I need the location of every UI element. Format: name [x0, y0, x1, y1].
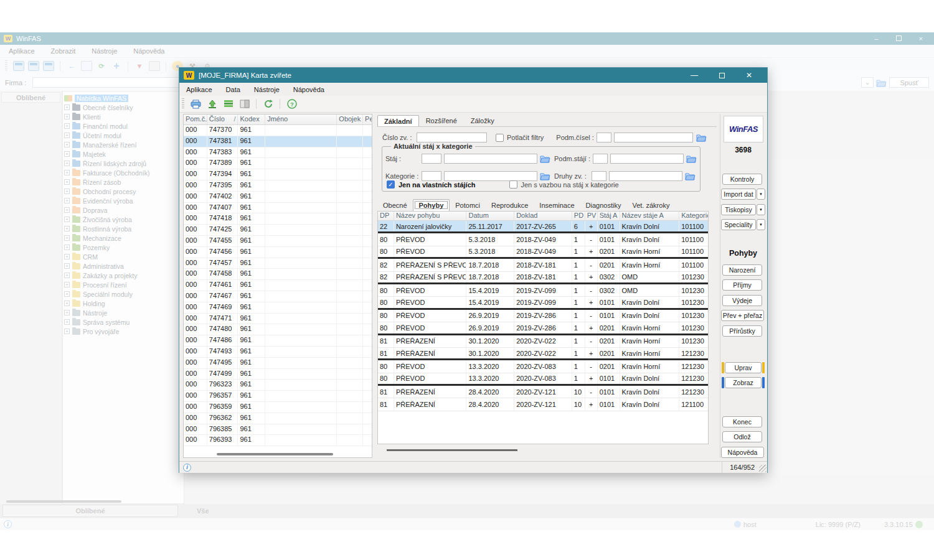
expand-icon[interactable]: +: [64, 263, 70, 269]
animal-row[interactable]: 000747370961: [184, 125, 372, 136]
movement-row[interactable]: 81PŘEŘAZENÍ30.1.20202020-ZV-0221+0201Kra…: [378, 348, 708, 360]
vydeje-button[interactable]: Výdeje: [722, 295, 762, 306]
expand-icon[interactable]: +: [64, 226, 70, 231]
expand-icon[interactable]: +: [64, 179, 70, 185]
movement-row[interactable]: 80PŘEVOD26.9.20192019-ZV-2861-0101Kravín…: [378, 310, 708, 322]
col-pe[interactable]: Pe: [363, 114, 372, 124]
tiskopisy-arrow[interactable]: ▼: [757, 204, 765, 215]
col-nazev-staje-a[interactable]: Název stáje A: [620, 212, 680, 220]
expand-icon[interactable]: +: [64, 151, 70, 157]
movement-row[interactable]: 81PŘEŘAZENÍ28.4.20202020-ZV-12110+0101Kr…: [378, 398, 708, 411]
movement-row[interactable]: 81PŘEŘAZENÍ30.1.20202020-ZV-0221-0201Kra…: [378, 335, 708, 348]
prijmy-button[interactable]: Příjmy: [722, 279, 762, 291]
dialog-close-button[interactable]: ✕: [735, 68, 763, 83]
animal-row[interactable]: 000747402961: [184, 192, 372, 203]
main-maximize-button[interactable]: [896, 35, 902, 42]
col-cislo[interactable]: Číslo/: [207, 114, 238, 124]
resize-grip[interactable]: [759, 465, 767, 472]
tree-item[interactable]: +Živočišná výroba: [64, 215, 182, 224]
movement-row[interactable]: 80PŘEVOD15.4.20192019-ZV-0991+0101Kravín…: [378, 297, 708, 309]
window-cascade-icon[interactable]: [43, 61, 54, 71]
tree-item[interactable]: +Administrativa: [64, 261, 182, 271]
tab-vet-zakroky[interactable]: Vet. zákroky: [626, 200, 675, 211]
col-datum[interactable]: Datum: [466, 212, 514, 220]
prirustky-button[interactable]: Přírůstky: [722, 325, 762, 337]
animal-row[interactable]: 000796357961: [184, 391, 372, 402]
tab-zalozky[interactable]: Záložky: [464, 114, 501, 127]
expand-icon[interactable]: +: [64, 282, 70, 287]
own-stables-checkbox[interactable]: ✓: [387, 180, 395, 189]
movement-row[interactable]: 80PŘEVOD5.3.20182018-ZV-0491+0201Kravín …: [378, 246, 708, 259]
dialog-menu-napoveda[interactable]: Nápověda: [293, 86, 324, 93]
col-obojek[interactable]: Obojek: [337, 114, 363, 124]
dialog-menu-nastroje[interactable]: Nástroje: [254, 86, 280, 93]
druhy-zv-name-input[interactable]: [609, 171, 682, 181]
tree-item[interactable]: +Manažerské řízení: [64, 140, 182, 149]
tab-pohyby[interactable]: Pohyby: [413, 199, 450, 211]
animal-row[interactable]: 000747418961: [184, 213, 372, 225]
main-close-button[interactable]: ×: [919, 35, 923, 42]
animal-row[interactable]: 000747455961: [184, 236, 372, 247]
podm-cisel-folder-icon[interactable]: [696, 133, 707, 142]
movement-row[interactable]: 80PŘEVOD13.3.20202020-ZV-0831+0101Kravín…: [378, 373, 708, 386]
dialog-titlebar[interactable]: W [MOJE_FIRMA] Karta zvířete — ✕: [179, 68, 767, 83]
tree-item[interactable]: +Řízení lidských zdrojů: [64, 159, 182, 168]
expand-icon[interactable]: +: [64, 105, 70, 110]
animal-row[interactable]: 000747495961: [184, 358, 372, 369]
document-icon[interactable]: [81, 61, 92, 71]
tree-item[interactable]: +Rostlinná výroba: [64, 224, 182, 233]
animal-row[interactable]: 000747425961: [184, 225, 372, 236]
tree-item[interactable]: +Procesní řízení: [64, 280, 182, 289]
konec-button[interactable]: Konec: [722, 416, 762, 427]
main-menu-napoveda[interactable]: Nápověda: [133, 47, 164, 55]
animal-row[interactable]: 000747457961: [184, 258, 372, 269]
animal-row[interactable]: 000747499961: [184, 369, 372, 380]
tree-item[interactable]: +Pozemky: [64, 243, 182, 252]
task-dropdown[interactable]: ⌄: [861, 77, 874, 88]
dialog-menu-data[interactable]: Data: [226, 86, 240, 93]
tab-inseminace[interactable]: Inseminace: [534, 200, 580, 211]
expand-icon[interactable]: +: [64, 273, 70, 278]
tab-vse[interactable]: Vše: [197, 507, 209, 515]
podm-cisel-code-input[interactable]: [597, 133, 611, 142]
col-kategorie[interactable]: Kategorie: [679, 212, 708, 220]
movement-row[interactable]: 80PŘEVOD26.9.20192019-ZV-2861+0201Kravín…: [378, 322, 708, 335]
animal-row[interactable]: 000796323961: [184, 380, 372, 391]
tab-zakladni[interactable]: Základní: [377, 115, 419, 127]
tree-item[interactable]: +Majetek: [64, 149, 182, 159]
animal-row[interactable]: 000747458961: [184, 269, 372, 280]
col-dp[interactable]: DP: [378, 212, 394, 220]
tree-item[interactable]: +Fakturace (Obchodník): [64, 168, 182, 177]
animal-row[interactable]: 000747381961: [184, 136, 372, 147]
main-menu-aplikace[interactable]: Aplikace: [9, 47, 35, 55]
window-view-icon[interactable]: [13, 61, 24, 71]
druhy-zv-folder-icon[interactable]: [685, 172, 696, 180]
link-checkbox[interactable]: [509, 180, 517, 189]
animal-row[interactable]: 000747469961: [184, 302, 372, 314]
expand-icon[interactable]: +: [64, 123, 70, 129]
col-jmeno[interactable]: Jméno: [265, 114, 337, 124]
import-dat-arrow[interactable]: ▼: [757, 189, 765, 200]
animal-row[interactable]: 000747394961: [184, 169, 372, 180]
narozeni-button[interactable]: Narození: [722, 264, 762, 276]
tree-item[interactable]: +Finanční modul: [64, 121, 182, 131]
filter-icon[interactable]: ▼: [134, 61, 145, 71]
kontroly-button[interactable]: Kontroly: [722, 174, 762, 185]
tab-reprodukce[interactable]: Reprodukce: [486, 200, 534, 211]
kategorie-name-input[interactable]: [444, 171, 537, 181]
col-pd[interactable]: PD: [572, 212, 585, 220]
open-folder-icon[interactable]: [876, 78, 887, 87]
expand-icon[interactable]: +: [64, 301, 70, 306]
animal-row[interactable]: 000747407961: [184, 203, 372, 214]
expand-icon[interactable]: +: [64, 207, 70, 213]
animal-row[interactable]: 000796362961: [184, 413, 372, 424]
tree-item[interactable]: +Speciální moduly: [64, 289, 182, 299]
tree-item[interactable]: +CRM: [64, 252, 182, 261]
main-menu-zobrazit[interactable]: Zobrazit: [51, 47, 76, 55]
tree-item[interactable]: +Zakázky a projekty: [64, 271, 182, 280]
staj-folder-icon[interactable]: [540, 154, 550, 163]
col-doklad[interactable]: Doklad: [514, 212, 572, 220]
tree-item[interactable]: +Klienti: [64, 112, 182, 121]
kategorie-code-input[interactable]: [422, 171, 441, 181]
tree-item[interactable]: +Doprava: [64, 205, 182, 215]
